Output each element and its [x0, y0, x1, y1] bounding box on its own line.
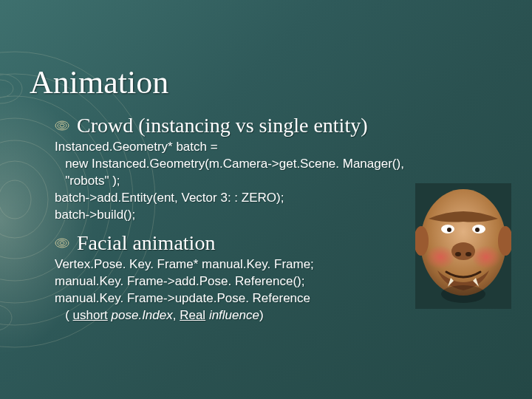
svg-point-22: [447, 228, 451, 232]
svg-point-25: [471, 245, 501, 269]
svg-point-8: [0, 80, 13, 98]
svg-point-28: [466, 252, 471, 256]
svg-point-7: [0, 74, 22, 103]
svg-point-11: [58, 123, 66, 129]
svg-point-5: [0, 161, 48, 238]
svg-point-6: [0, 180, 31, 219]
svg-point-29: [441, 285, 485, 303]
svg-point-23: [475, 228, 480, 232]
svg-point-15: [60, 242, 64, 245]
slide: Animation Crowd (instancing vs single en…: [0, 0, 532, 399]
contour-bullet-icon: [55, 120, 69, 131]
svg-point-27: [455, 252, 461, 256]
bullet-label: Facial animation: [77, 231, 215, 255]
bullet-label: Crowd (instancing vs single entity): [77, 114, 368, 137]
svg-point-9: [0, 304, 12, 331]
contour-bullet-icon: [55, 238, 69, 248]
svg-point-24: [426, 245, 455, 269]
slide-title: Animation: [30, 64, 168, 101]
svg-point-12: [60, 124, 64, 127]
bullet-item: Crowd (instancing vs single entity): [55, 114, 510, 137]
ogre-face-image: [415, 183, 511, 309]
svg-point-26: [451, 242, 475, 260]
svg-point-14: [58, 240, 66, 246]
